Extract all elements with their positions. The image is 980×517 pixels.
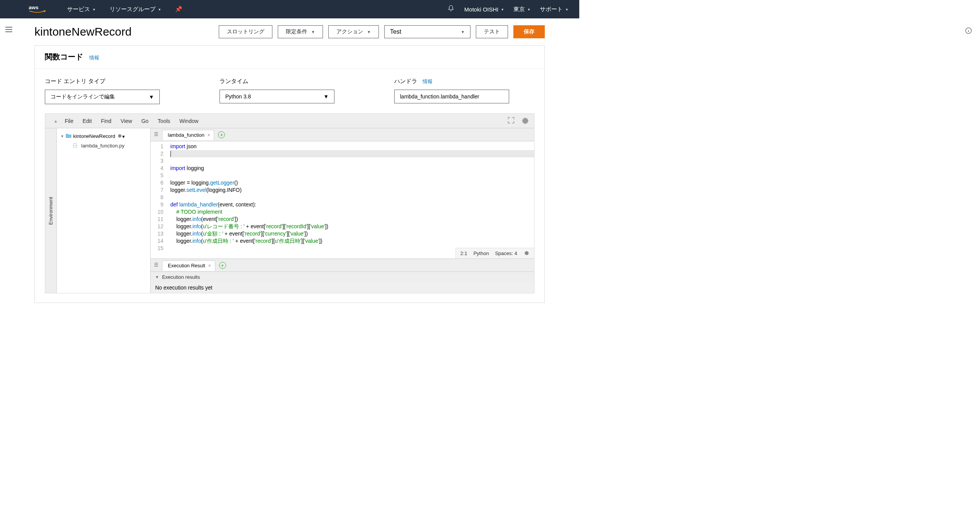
cursor-position: 2:1 bbox=[461, 250, 467, 256]
file-tree: ▼ kintoneNewRecord ▾ <> lambda_function.… bbox=[57, 128, 151, 293]
test-select[interactable]: Test▼ bbox=[384, 25, 470, 38]
bell-icon[interactable] bbox=[447, 5, 454, 13]
tab-handle-icon[interactable] bbox=[154, 131, 160, 138]
topnav: aws サービス▾ リソースグループ▾ 📌 Motoki OISHI▾ 東京▾ … bbox=[0, 0, 579, 18]
test-button[interactable]: テスト bbox=[476, 25, 508, 38]
cloud9-ide: ▲ FileEditFindViewGoToolsWindow Environm… bbox=[45, 113, 534, 293]
fullscreen-icon[interactable] bbox=[507, 116, 515, 126]
info-link[interactable]: 情報 bbox=[89, 54, 99, 61]
editor-tab[interactable]: lambda_function× bbox=[162, 130, 214, 140]
svg-text:aws: aws bbox=[29, 5, 39, 10]
entry-type-dropdown[interactable]: コードをインラインで編集▼ bbox=[45, 90, 160, 104]
tab-close-icon[interactable]: × bbox=[207, 133, 210, 138]
handler-label: ハンドラ bbox=[394, 78, 417, 85]
ide-menu-edit[interactable]: Edit bbox=[82, 118, 92, 124]
status-gear-icon[interactable] bbox=[523, 250, 529, 257]
page-title: kintoneNewRecord bbox=[34, 25, 213, 38]
tab-plus-icon[interactable]: + bbox=[218, 131, 225, 138]
ide-menu-go[interactable]: Go bbox=[141, 118, 149, 124]
ide-menu-window[interactable]: Window bbox=[179, 118, 198, 124]
tree-file[interactable]: <> lambda_function.py bbox=[58, 141, 149, 150]
nav-region[interactable]: 東京▾ bbox=[513, 6, 530, 13]
svg-rect-10 bbox=[154, 264, 158, 265]
throttling-button[interactable]: スロットリング bbox=[219, 25, 272, 38]
nav-user[interactable]: Motoki OISHI▾ bbox=[464, 6, 503, 13]
nav-services[interactable]: サービス▾ bbox=[67, 6, 95, 13]
ide-menu-view[interactable]: View bbox=[121, 118, 132, 124]
nav-support[interactable]: サポート▾ bbox=[540, 6, 568, 13]
exec-results-header[interactable]: ▼Execution results bbox=[151, 272, 534, 282]
svg-rect-7 bbox=[154, 134, 158, 134]
tree-gear-icon[interactable]: ▾ bbox=[117, 133, 125, 139]
runtime-label: ランタイム bbox=[220, 78, 360, 85]
exec-tab-handle-icon[interactable] bbox=[154, 262, 160, 269]
file-icon: <> bbox=[72, 142, 78, 149]
svg-rect-6 bbox=[154, 132, 158, 133]
pin-icon[interactable]: 📌 bbox=[175, 6, 182, 13]
exec-tab[interactable]: Execution Result× bbox=[162, 260, 215, 271]
exec-tab-close-icon[interactable]: × bbox=[208, 263, 211, 268]
panel-title: 関数コード bbox=[45, 52, 83, 62]
aws-logo[interactable]: aws bbox=[29, 4, 46, 15]
status-bar: 2:1 Python Spaces: 4 bbox=[456, 248, 534, 258]
svg-text:<>: <> bbox=[74, 144, 77, 147]
spaces-setting[interactable]: Spaces: 4 bbox=[495, 250, 517, 256]
function-code-panel: 関数コード 情報 コード エントリ タイプ コードをインラインで編集▼ ランタイ… bbox=[34, 45, 545, 303]
handler-info-link[interactable]: 情報 bbox=[423, 78, 433, 85]
svg-rect-11 bbox=[154, 266, 158, 267]
ide-menu-tools[interactable]: Tools bbox=[158, 118, 170, 124]
qualifier-button[interactable]: 限定条件▼ bbox=[278, 25, 323, 38]
exec-tab-plus-icon[interactable]: + bbox=[219, 262, 226, 269]
save-button[interactable]: 保存 bbox=[513, 25, 545, 38]
svg-rect-9 bbox=[154, 263, 158, 263]
code-editor[interactable]: 123456789101112131415 import json import… bbox=[151, 141, 534, 258]
runtime-dropdown[interactable]: Python 3.8▼ bbox=[220, 90, 334, 103]
exec-results-body: No execution results yet bbox=[151, 282, 534, 293]
entry-type-label: コード エントリ タイプ bbox=[45, 78, 185, 85]
actions-button[interactable]: アクション▼ bbox=[328, 25, 379, 38]
tree-root[interactable]: ▼ kintoneNewRecord ▾ bbox=[58, 131, 149, 141]
ide-menu-file[interactable]: File bbox=[65, 118, 74, 124]
collapse-icon[interactable]: ▲ bbox=[50, 119, 62, 123]
folder-icon bbox=[66, 133, 72, 139]
handler-input[interactable] bbox=[394, 90, 509, 103]
language-mode[interactable]: Python bbox=[474, 250, 489, 256]
gear-icon[interactable] bbox=[520, 116, 529, 126]
ide-menu-find[interactable]: Find bbox=[101, 118, 111, 124]
svg-rect-8 bbox=[154, 135, 158, 136]
ide-sidebar-tab[interactable]: Environment bbox=[45, 128, 57, 293]
nav-resource-groups[interactable]: リソースグループ▾ bbox=[110, 6, 161, 13]
